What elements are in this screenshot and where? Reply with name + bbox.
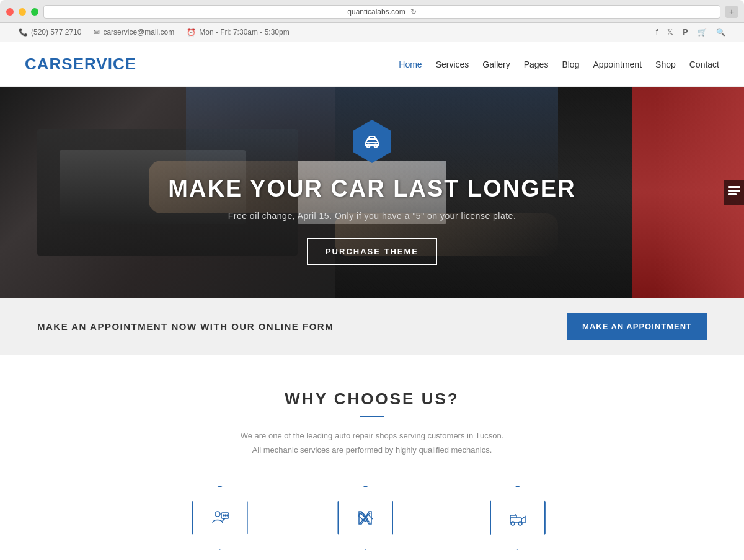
why-subtitle-line2: All mechanic services are performed by h… — [252, 445, 492, 455]
svg-rect-15 — [510, 518, 521, 523]
clock-icon: ⏰ — [187, 28, 196, 37]
feature-standards: PROFESSIONAL STANDARDS — [454, 486, 581, 560]
svg-point-17 — [518, 522, 522, 525]
nav-home[interactable]: Home — [399, 60, 422, 69]
facebook-icon[interactable]: f — [656, 28, 658, 37]
cart-icon[interactable]: 🛒 — [698, 28, 707, 37]
top-bar: 📞 (520) 577 2710 ✉ carservice@mail.com ⏰… — [0, 23, 744, 42]
search-icon[interactable]: 🔍 — [716, 28, 725, 37]
top-bar-left: 📞 (520) 577 2710 ✉ carservice@mail.com ⏰… — [19, 28, 290, 37]
svg-rect-3 — [728, 186, 740, 188]
close-dot[interactable] — [6, 8, 14, 16]
nav: Home Services Gallery Pages Blog Appoint… — [399, 60, 719, 69]
nav-shop[interactable]: Shop — [655, 60, 676, 69]
svg-rect-4 — [728, 190, 740, 192]
top-bar-right: f 𝕏 𝗣 🛒 🔍 — [656, 28, 725, 37]
hours-text: Mon - Fri: 7:30am - 5:30pm — [199, 28, 289, 37]
browser-chrome: quanticalabs.com ↻ + — [0, 0, 744, 23]
feature-materials: BEST MATERIALS — [327, 486, 404, 560]
svg-rect-7 — [221, 513, 229, 518]
refresh-icon[interactable]: ↻ — [410, 7, 417, 16]
svg-rect-5 — [728, 193, 737, 195]
svg-point-2 — [371, 145, 372, 146]
feature-personal: EVERY JOB IS PERSONAL — [163, 486, 277, 560]
hero-section: MAKE YOUR CAR LAST LONGER Free oil chang… — [0, 87, 744, 298]
email-item: ✉ carservice@mail.com — [94, 28, 174, 37]
hero-car-icon — [353, 120, 391, 163]
phone-icon: 📞 — [19, 28, 28, 37]
pinterest-icon[interactable]: 𝗣 — [683, 28, 688, 37]
nav-gallery[interactable]: Gallery — [482, 60, 510, 69]
purchase-theme-button[interactable]: PURCHASE THEME — [307, 238, 437, 265]
hero-subtitle: Free oil change, April 15. Only if you h… — [168, 211, 575, 221]
why-subtitle: We are one of the leading auto repair sh… — [217, 429, 527, 458]
hero-title: MAKE YOUR CAR LAST LONGER — [168, 176, 575, 202]
side-widget[interactable] — [724, 180, 744, 205]
tools-icon — [355, 508, 375, 528]
hexagon-standards — [490, 486, 546, 550]
svg-line-14 — [369, 513, 370, 514]
new-tab-button[interactable]: + — [725, 6, 738, 18]
hours-item: ⏰ Mon - Fri: 7:30am - 5:30pm — [187, 28, 289, 37]
maximize-dot[interactable] — [31, 8, 38, 16]
why-section: WHY CHOOSE US? We are one of the leading… — [0, 355, 744, 560]
minimize-dot[interactable] — [19, 8, 26, 16]
svg-line-12 — [360, 513, 370, 523]
svg-point-10 — [227, 515, 228, 516]
tow-truck-icon — [508, 508, 528, 528]
twitter-icon[interactable]: 𝕏 — [667, 28, 673, 37]
hexagon-personal — [192, 486, 248, 550]
email-icon: ✉ — [94, 28, 100, 37]
svg-point-6 — [215, 512, 220, 517]
features-row: EVERY JOB IS PERSONAL BEST MATERIALS — [37, 486, 707, 560]
why-subtitle-line1: We are one of the leading auto repair sh… — [241, 431, 504, 440]
nav-services[interactable]: Services — [436, 60, 469, 69]
why-divider — [360, 416, 384, 417]
email-text: carservice@mail.com — [103, 28, 174, 37]
logo[interactable]: CARSERVICE — [25, 55, 136, 74]
phone-item: 📞 (520) 577 2710 — [19, 28, 81, 37]
why-title: WHY CHOOSE US? — [37, 389, 707, 409]
appointment-banner-text: MAKE AN APPOINTMENT NOW WITH OUR ONLINE … — [37, 321, 334, 332]
nav-blog[interactable]: Blog — [562, 60, 579, 69]
appointment-banner: MAKE AN APPOINTMENT NOW WITH OUR ONLINE … — [0, 298, 744, 355]
nav-contact[interactable]: Contact — [689, 60, 719, 69]
nav-pages[interactable]: Pages — [524, 60, 549, 69]
header: CARSERVICE Home Services Gallery Pages B… — [0, 42, 744, 87]
address-bar[interactable]: quanticalabs.com ↻ — [43, 5, 720, 19]
url-text: quanticalabs.com — [347, 7, 405, 16]
svg-point-8 — [223, 515, 224, 516]
hero-content: MAKE YOUR CAR LAST LONGER Free oil chang… — [168, 120, 575, 265]
hexagon-materials — [337, 486, 393, 550]
svg-line-13 — [368, 514, 373, 519]
person-chat-icon — [210, 508, 230, 528]
svg-line-11 — [360, 513, 370, 523]
svg-point-9 — [225, 515, 226, 516]
make-appointment-button[interactable]: MAKE AN APPOINTMENT — [567, 313, 707, 340]
nav-appointment[interactable]: Appointment — [593, 60, 642, 69]
svg-point-16 — [511, 522, 515, 525]
phone-text: (520) 577 2710 — [31, 28, 81, 37]
